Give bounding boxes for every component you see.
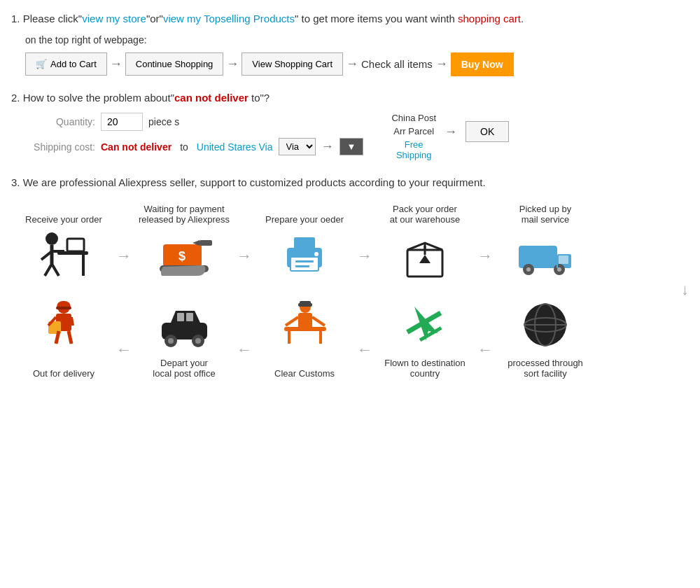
cart-flow: 🛒 Add to Cart → Continue Shopping → View… [25, 52, 689, 76]
china-ok-row: China Post Arr Parcel FreeShipping → OK [391, 113, 509, 160]
flow-label-sort: processed through sort facility [507, 354, 583, 379]
china-post-arr-label: Arr Parcel [393, 126, 434, 136]
flow-item-customs: Clear Customs [252, 300, 357, 384]
flow-arrow-4: → [477, 247, 493, 279]
section2-suffix: to"? [248, 92, 270, 104]
arrow-china: → [444, 125, 457, 139]
flow-item-payment: Waiting for payment released by Aliexpre… [132, 200, 237, 279]
flow-arrow-8: ← [116, 341, 132, 384]
section2-prefix: 2. How to solve the problem about" [11, 92, 174, 104]
svg-line-61 [69, 331, 71, 344]
flow-label-prepare: Prepare your oeder [265, 200, 344, 225]
flow-icon-pickup [517, 230, 573, 279]
flow-row-2: processed through sort facility ← Flown … [11, 300, 689, 384]
svg-line-5 [52, 264, 59, 276]
continue-shopping-button[interactable]: Continue Shopping [125, 52, 224, 76]
svg-text:$: $ [178, 249, 186, 263]
china-post-label: China Post [391, 113, 436, 123]
svg-point-53 [168, 338, 174, 344]
section1-suffix: " to get more items you want winth [295, 13, 458, 24]
section2-title: 2. How to solve the problem about"can no… [11, 90, 689, 106]
flow-item-depart: Depart your local post office [132, 300, 237, 384]
shopping-cart-link: shopping cart [458, 13, 521, 24]
flow-icon-depart [156, 300, 212, 349]
svg-rect-25 [519, 246, 557, 268]
quantity-input[interactable] [101, 113, 143, 131]
svg-point-55 [195, 338, 201, 344]
section1-subtitle: on the top right of webpage: [25, 34, 689, 46]
view-cart-button[interactable]: View Shopping Cart [241, 52, 343, 76]
section1-prefix: 1. Please click" [11, 13, 82, 24]
svg-point-0 [46, 232, 58, 245]
flow-label-receive: Receive your order [25, 200, 102, 225]
shipping-dropdown-btn[interactable]: ▼ [340, 138, 364, 155]
svg-rect-42 [300, 301, 311, 304]
arrow-4: → [435, 57, 448, 71]
add-to-cart-button[interactable]: 🛒 Add to Cart [25, 52, 107, 76]
arrow-1: → [110, 57, 122, 71]
flow-arrow-2: → [237, 247, 252, 279]
continue-shopping-label: Continue Shopping [136, 59, 214, 69]
flow-arrow-1: → [116, 247, 132, 279]
flow-icon-customs [276, 300, 332, 349]
flow-arrow-6: ← [357, 341, 372, 384]
section3-title: 3. We are professional Aliexpress seller… [11, 176, 689, 188]
svg-line-47 [286, 317, 298, 326]
shipping-row: Shipping cost: Can not deliver to United… [25, 138, 363, 155]
svg-rect-50 [177, 313, 184, 321]
flow-label-pack: Pack your order at our warehouse [390, 200, 460, 225]
flow-icon-receive [36, 230, 92, 279]
section2-content: Quantity: piece s Shipping cost: Can not… [25, 113, 689, 162]
quantity-label: Quantity: [25, 116, 95, 127]
svg-rect-17 [290, 257, 318, 271]
section1-suffix2: . [521, 13, 524, 24]
svg-line-63 [71, 317, 73, 326]
shipping-method-select[interactable]: Via [279, 138, 316, 155]
ok-button[interactable]: OK [465, 121, 509, 142]
flow-arrow-7: ← [237, 341, 252, 384]
view-topselling-link[interactable]: view my Topselling Products [163, 13, 295, 24]
flow-item-prepare: Prepare your oeder [252, 200, 357, 279]
flow-item-pickup: Picked up by mail service [493, 200, 598, 279]
cannot-deliver-text: Can not deliver [101, 141, 172, 153]
svg-rect-19 [295, 265, 309, 267]
flow-icon-payment: $ [156, 230, 212, 279]
svg-rect-44 [284, 327, 326, 331]
check-all-items-text: Check all items [361, 58, 433, 70]
flow-label-customs: Clear Customs [274, 354, 335, 379]
add-to-cart-label: Add to Cart [50, 59, 97, 69]
svg-rect-27 [559, 255, 568, 264]
destination-text: United Stares Via [197, 141, 273, 153]
svg-rect-43 [298, 313, 312, 328]
flow-item-delivery: Out for delivery [11, 300, 116, 384]
shipping-to-text: to [180, 141, 188, 153]
flow-row-1: Receive your order [11, 200, 689, 279]
flow-label-delivery: Out for delivery [33, 354, 94, 379]
section1-mid1: "or" [146, 13, 163, 24]
flow-arrow-5: ← [477, 341, 493, 384]
svg-rect-16 [294, 237, 315, 251]
arrow-3: → [346, 57, 358, 71]
svg-line-4 [45, 264, 52, 276]
svg-rect-57 [56, 307, 71, 309]
svg-point-29 [526, 267, 531, 272]
flow-icon-pack [397, 230, 453, 279]
svg-rect-51 [186, 313, 193, 321]
section2-red: can not deliver [174, 92, 248, 104]
flow-icon-sort [517, 300, 573, 349]
flow-label-pickup: Picked up by mail service [519, 200, 571, 225]
buy-now-label: Buy Now [461, 59, 503, 70]
flow-label-depart: Depart your local post office [153, 354, 215, 379]
cart-icon: 🛒 [36, 59, 47, 69]
svg-marker-23 [419, 255, 430, 263]
svg-rect-13 [200, 240, 212, 246]
view-store-link[interactable]: view my store [82, 13, 146, 24]
buy-now-button[interactable]: Buy Now [451, 52, 514, 76]
flow-icon-delivery [36, 300, 92, 349]
form-block: Quantity: piece s Shipping cost: Can not… [25, 113, 363, 162]
view-cart-label: View Shopping Cart [252, 59, 332, 69]
section-2: 2. How to solve the problem about"can no… [11, 90, 689, 163]
flow-label-payment: Waiting for payment released by Aliexpre… [139, 200, 230, 225]
flow-item-sort: processed through sort facility [493, 300, 598, 384]
arrow-ship: → [321, 139, 334, 154]
